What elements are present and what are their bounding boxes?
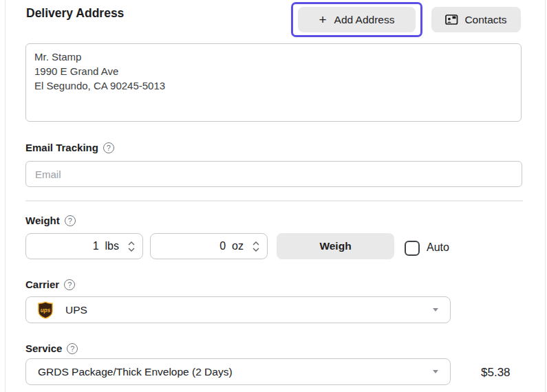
weight-lbs-value: 1 [93, 240, 99, 252]
email-tracking-label-row: Email Tracking ? [25, 142, 114, 153]
contacts-button[interactable]: Contacts [431, 7, 521, 32]
add-address-button-label: Add Address [334, 14, 395, 26]
ups-logo: ups [38, 301, 53, 319]
weight-oz-stepper[interactable]: 0 oz [150, 233, 268, 259]
chevron-up-icon [128, 241, 135, 246]
email-tracking-help-icon[interactable]: ? [103, 142, 114, 153]
service-help-icon[interactable]: ? [67, 343, 78, 354]
contact-card-icon [445, 14, 458, 25]
contacts-button-label: Contacts [464, 14, 506, 26]
service-price: $5.38 [481, 366, 511, 380]
chevron-down-icon [128, 248, 135, 252]
weight-help-icon[interactable]: ? [65, 215, 76, 226]
weight-label: Weight [25, 215, 60, 226]
weight-label-row: Weight ? [25, 215, 76, 226]
dropdown-caret-icon [433, 370, 438, 373]
auto-checkbox-label: Auto [427, 241, 449, 254]
chevron-down-icon [253, 248, 259, 252]
chevron-up-icon [253, 241, 259, 246]
page-title: Delivery Address [26, 6, 124, 21]
add-address-button[interactable]: + Add Address [298, 7, 416, 32]
shipping-form-panel: Delivery Address + Add Address Contacts … [0, 0, 547, 392]
weigh-button[interactable]: Weigh [277, 233, 394, 259]
auto-checkbox[interactable] [405, 241, 420, 256]
carrier-label-row: Carrier ? [25, 279, 75, 290]
weight-oz-unit: oz [232, 240, 244, 252]
service-label: Service [25, 342, 62, 354]
weight-lbs-unit: lbs [105, 240, 119, 252]
panel-left-edge [5, 0, 6, 392]
service-label-row: Service ? [25, 342, 78, 354]
section-divider [25, 200, 523, 202]
add-address-highlight-annotation: + Add Address [291, 2, 422, 37]
carrier-label: Carrier [25, 279, 59, 290]
carrier-select[interactable]: ups UPS [25, 296, 451, 323]
dropdown-caret-icon [433, 308, 438, 312]
weight-oz-value: 0 [219, 240, 226, 252]
email-tracking-input[interactable] [25, 161, 522, 187]
carrier-help-icon[interactable]: ? [64, 279, 75, 290]
plus-icon: + [319, 13, 326, 26]
service-selected-value: GRDS Package/Thick Envelope (2 Days) [38, 366, 233, 378]
ups-logo-text: ups [41, 307, 51, 314]
delivery-address-textarea[interactable]: Mr. Stamp 1990 E Grand Ave El Segundo, C… [25, 43, 522, 122]
weight-lbs-stepper[interactable]: 1 lbs [25, 233, 143, 259]
service-select[interactable]: GRDS Package/Thick Envelope (2 Days) [25, 358, 451, 385]
panel-right-edge [545, 0, 546, 392]
oz-stepper-arrows[interactable] [253, 241, 259, 252]
lbs-stepper-arrows[interactable] [128, 241, 135, 252]
carrier-selected-value: UPS [65, 304, 87, 316]
email-tracking-label: Email Tracking [25, 142, 98, 153]
